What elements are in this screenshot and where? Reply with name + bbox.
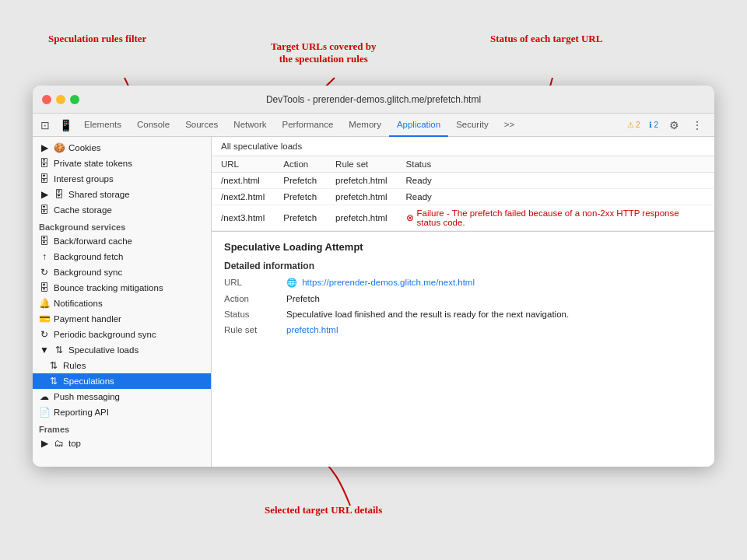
detail-action-row: Action Prefetch: [224, 294, 702, 303]
bfcache-icon: 🗄: [39, 236, 50, 247]
sidebar-item-cache-storage[interactable]: 🗄 Cache storage: [33, 202, 211, 218]
col-action: Action: [274, 156, 326, 173]
detail-url-row: URL 🌐 https://prerender-demos.glitch.me/…: [224, 278, 702, 288]
sidebar-item-shared-storage[interactable]: ▶ 🗄 Shared storage: [33, 187, 211, 202]
sidebar-label: Payment handler: [54, 314, 121, 324]
detail-status-row: Status Speculative load finished and the…: [224, 310, 702, 319]
cell-ruleset: prefetch.html: [326, 173, 396, 189]
sidebar-item-top[interactable]: ▶ 🗂 top: [33, 436, 211, 451]
sidebar-label: Private state tokens: [54, 159, 132, 168]
detail-url-link[interactable]: https://prerender-demos.glitch.me/next.h…: [302, 278, 475, 287]
sidebar-label: Cache storage: [54, 205, 112, 215]
sidebar-item-reporting[interactable]: 📄 Reporting API: [33, 404, 211, 420]
sidebar-item-spec-loads[interactable]: ▼ ⇅ Speculative loads: [33, 342, 211, 358]
browser-window: DevTools - prerender-demos.glitch.me/pre…: [33, 86, 714, 467]
sidebar-item-private-state[interactable]: 🗄 Private state tokens: [33, 156, 211, 171]
col-url: URL: [212, 156, 274, 173]
speculative-table-container: URL Action Rule set Status /next.html Pr…: [212, 156, 714, 231]
cell-url: /next.html: [212, 173, 274, 189]
detail-panel: Speculative Loading Attempt Detailed inf…: [212, 231, 714, 467]
table-row[interactable]: /next.html Prefetch prefetch.html Ready: [212, 173, 714, 189]
tab-sources[interactable]: Sources: [177, 114, 226, 137]
sidebar-label: Back/forward cache: [54, 236, 132, 246]
detail-action-label: Action: [224, 294, 277, 303]
traffic-lights: [42, 95, 79, 104]
sidebar-label: Rules: [63, 361, 86, 370]
cell-status: ⊗ Failure - The prefetch failed because …: [397, 205, 714, 231]
sidebar-item-interest-groups[interactable]: 🗄 Interest groups: [33, 171, 211, 187]
sidebar-item-bounce[interactable]: 🗄 Bounce tracking mitigations: [33, 280, 211, 296]
frame-icon: 🗂: [54, 438, 65, 449]
payment-icon: 💳: [39, 313, 50, 324]
rules-icon: ⇅: [48, 360, 59, 371]
devtools-body: ▶ 🍪 Cookies 🗄 Private state tokens 🗄 Int…: [33, 137, 714, 467]
tab-memory[interactable]: Memory: [341, 114, 389, 137]
tab-application[interactable]: Application: [389, 114, 448, 137]
sidebar-label: Reporting API: [54, 408, 109, 417]
sidebar-item-bfcache[interactable]: 🗄 Back/forward cache: [33, 233, 211, 249]
tab-security[interactable]: Security: [448, 114, 496, 137]
tab-more[interactable]: >>: [496, 114, 522, 137]
detail-url-value: 🌐 https://prerender-demos.glitch.me/next…: [286, 278, 475, 288]
annotation-selected-details: Selected target URL details: [265, 504, 382, 516]
info-badge: ℹ 2: [646, 120, 661, 130]
sidebar-item-periodic-sync[interactable]: ↻ Periodic background sync: [33, 327, 211, 342]
maximize-button[interactable]: [70, 95, 79, 104]
sidebar-label: Shared storage: [68, 190, 130, 199]
notif-icon: 🔔: [39, 298, 50, 309]
sidebar-item-cookies[interactable]: ▶ 🍪 Cookies: [33, 140, 211, 156]
sidebar-item-rules[interactable]: ⇅ Rules: [33, 358, 211, 373]
push-icon: ☁: [39, 391, 50, 402]
cell-ruleset: prefetch.html: [326, 205, 396, 231]
detail-ruleset-link[interactable]: prefetch.html: [286, 325, 338, 334]
sidebar-item-bg-sync[interactable]: ↻ Background sync: [33, 264, 211, 280]
annotation-status-each: Status of each target URL: [490, 33, 602, 45]
tab-performance[interactable]: Performance: [275, 114, 342, 137]
cell-url: /next2.html: [212, 189, 274, 205]
sidebar-item-bg-fetch[interactable]: ↑ Background fetch: [33, 249, 211, 264]
tab-elements[interactable]: Elements: [76, 114, 129, 137]
cell-url: /next3.html: [212, 205, 274, 231]
settings-icon[interactable]: ⚙: [665, 116, 683, 135]
device-icon[interactable]: 📱: [56, 116, 75, 135]
detail-ruleset-label: Rule set: [224, 325, 277, 334]
cell-action: Prefetch: [274, 205, 326, 231]
bg-sync-icon: ↻: [39, 267, 50, 278]
main-panel: All speculative loads URL Action Rule se…: [212, 137, 714, 467]
sidebar-item-payment[interactable]: 💳 Payment handler: [33, 311, 211, 327]
sidebar-label: Bounce tracking mitigations: [54, 283, 163, 292]
devtools-tabbar: ⊡ 📱 Elements Console Sources Network Per…: [33, 114, 714, 137]
close-button[interactable]: [42, 95, 51, 104]
tab-console[interactable]: Console: [129, 114, 177, 137]
sidebar-item-notifications[interactable]: 🔔 Notifications: [33, 296, 211, 311]
sidebar-label: Interest groups: [54, 174, 114, 184]
table-row[interactable]: /next2.html Prefetch prefetch.html Ready: [212, 189, 714, 205]
sidebar-label: Periodic background sync: [54, 330, 156, 339]
reporting-icon: 📄: [39, 407, 50, 418]
annotation-target-urls: Target URLs covered bythe speculation ru…: [271, 40, 376, 65]
cell-action: Prefetch: [274, 189, 326, 205]
shared-storage-icon: 🗄: [54, 189, 65, 200]
triangle-down-icon: ▼: [39, 345, 50, 355]
minimize-button[interactable]: [56, 95, 65, 104]
tab-network[interactable]: Network: [226, 114, 274, 137]
cookies-icon: 🍪: [54, 142, 65, 153]
detail-url-label: URL: [224, 278, 277, 287]
bg-fetch-icon: ↑: [39, 251, 50, 262]
sidebar-item-push[interactable]: ☁ Push messaging: [33, 389, 211, 404]
more-options-icon[interactable]: ⋮: [688, 116, 707, 135]
table-row[interactable]: /next3.html Prefetch prefetch.html ⊗ Fai…: [212, 205, 714, 231]
private-state-icon: 🗄: [39, 158, 50, 169]
inspect-icon[interactable]: ⊡: [36, 116, 54, 135]
spec-loads-icon: ⇅: [54, 345, 65, 355]
detail-title: Speculative Loading Attempt: [224, 241, 702, 253]
col-ruleset: Rule set: [326, 156, 396, 173]
sidebar-label: Speculative loads: [68, 345, 139, 355]
triangle-icon: ▶: [39, 189, 50, 200]
sidebar-label: Speculations: [63, 376, 114, 386]
right-icons: ⚠ 2 ℹ 2 ⚙ ⋮: [624, 116, 708, 135]
sidebar-item-speculations[interactable]: ⇅ Speculations: [33, 373, 211, 389]
sidebar: ▶ 🍪 Cookies 🗄 Private state tokens 🗄 Int…: [33, 137, 212, 467]
sidebar-label: Background sync: [54, 268, 122, 277]
periodic-sync-icon: ↻: [39, 329, 50, 340]
